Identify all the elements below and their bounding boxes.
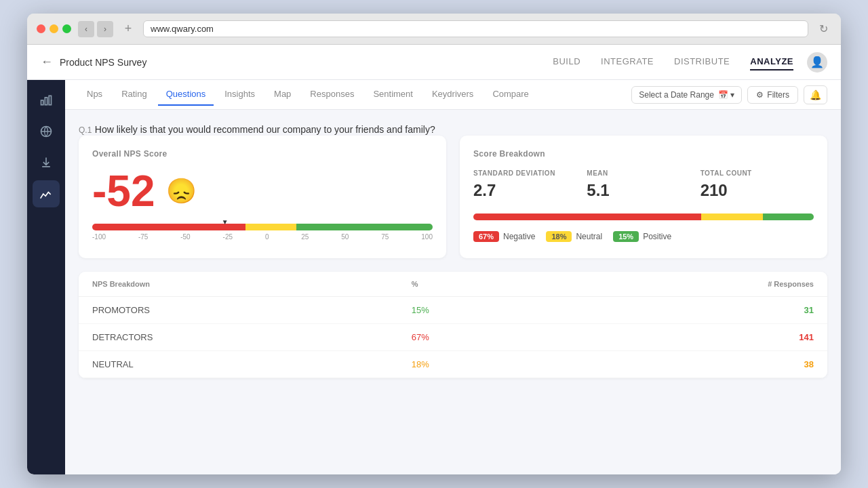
total-count-label: TOTAL COUNT: [701, 169, 814, 177]
sad-face-icon: 😞: [166, 177, 197, 205]
content-area: Nps Rating Questions Insights Map Respon…: [65, 80, 841, 474]
scale-label-25: 25: [301, 233, 309, 241]
col-responses: # Responses: [561, 272, 827, 297]
stats-row: STANDARD DEVIATION 2.7 MEAN 5.1 TOTAL CO…: [473, 169, 814, 200]
main-body: Nps Rating Questions Insights Map Respon…: [27, 80, 841, 474]
sub-tab-compare[interactable]: Compare: [484, 83, 536, 106]
maximize-button[interactable]: [62, 24, 71, 33]
scale-label-100: 100: [421, 233, 433, 241]
svg-rect-0: [41, 100, 43, 105]
row-detractors-pct: 67%: [398, 324, 561, 351]
filter-label: Filters: [767, 90, 789, 100]
scale-bar: ▼: [92, 224, 433, 230]
positive-label: Positive: [643, 232, 671, 241]
browser-window: ‹ › + www.qwary.com ↻ ← Product NPS Surv…: [27, 14, 841, 474]
sub-tab-nps[interactable]: Nps: [79, 83, 111, 106]
user-avatar[interactable]: 👤: [807, 52, 827, 73]
scale-label-neg100: -100: [92, 233, 106, 241]
tab-distribute[interactable]: DISTRIBUTE: [674, 54, 730, 70]
table-row: NEUTRAL 18% 38: [79, 351, 827, 378]
question-number: Q.1: [79, 125, 92, 135]
sidebar-icon-globe[interactable]: [33, 118, 60, 145]
score-breakdown-bar: [473, 214, 814, 220]
scale-label-75: 75: [381, 233, 389, 241]
row-neutral-label: NEUTRAL: [79, 351, 398, 378]
panels: Overall NPS Score -52 😞 ▼: [79, 136, 827, 258]
traffic-lights: [37, 24, 71, 33]
stat-mean: MEAN 5.1: [587, 169, 700, 200]
sub-tab-insights[interactable]: Insights: [216, 83, 263, 106]
scale-label-neg25: -25: [223, 233, 233, 241]
scale-label-50: 50: [341, 233, 349, 241]
question-block: Q.1 How likely is that you would recomme…: [79, 123, 827, 136]
row-promotors-label: PROMOTORS: [79, 297, 398, 324]
row-neutral-responses: 38: [561, 351, 827, 378]
tab-analyze[interactable]: ANALYZE: [750, 54, 793, 70]
col-pct: %: [398, 272, 561, 297]
sidebar-icon-analytics[interactable]: [33, 180, 60, 207]
address-bar[interactable]: www.qwary.com: [143, 20, 808, 37]
top-tabs: BUILD INTEGRATE DISTRIBUTE ANALYZE: [553, 54, 793, 70]
scale-label-neg50: -50: [180, 233, 190, 241]
nav-buttons: ‹ ›: [78, 21, 113, 37]
breakdown-table: NPS Breakdown % # Responses PROMOTORS 15…: [79, 272, 827, 378]
filter-button[interactable]: ⚙ Filters: [747, 86, 798, 104]
nps-score-panel: Overall NPS Score -52 😞 ▼: [79, 136, 446, 258]
sub-tab-questions[interactable]: Questions: [158, 83, 214, 106]
sidebar-icon-chart[interactable]: [33, 87, 60, 114]
legend-positive: 15% Positive: [613, 231, 671, 242]
scale-label-0: 0: [265, 233, 269, 241]
sidebar-icon-download[interactable]: [33, 149, 60, 176]
svg-rect-2: [49, 96, 51, 104]
sub-tab-keydrivers[interactable]: Keydrivers: [424, 83, 481, 106]
legend: 67% Negative 18% Neutral 15% Positive: [473, 231, 814, 242]
mean-value: 5.1: [587, 181, 700, 200]
score-breakdown-title: Score Breakdown: [473, 149, 814, 159]
nps-score-value: -52: [92, 169, 155, 213]
nps-breakdown-panel: NPS Breakdown % # Responses PROMOTORS 15…: [79, 272, 827, 378]
tab-integrate[interactable]: INTEGRATE: [601, 54, 654, 70]
new-tab-button[interactable]: +: [120, 21, 136, 37]
filter-icon: ⚙: [756, 90, 764, 100]
survey-title: Product NPS Survey: [60, 57, 146, 68]
row-promotors-pct: 15%: [398, 297, 561, 324]
stat-std-dev: STANDARD DEVIATION 2.7: [473, 169, 587, 200]
stat-total-count: TOTAL COUNT 210: [701, 169, 814, 200]
neutral-badge: 18%: [546, 231, 572, 242]
score-breakdown-panel: Score Breakdown STANDARD DEVIATION 2.7 M…: [460, 136, 827, 258]
date-range-label: Select a Date Range: [639, 90, 714, 100]
sub-nav-right: Select a Date Range 📅 ▾ ⚙ Filters 🔔: [631, 85, 827, 104]
sub-tab-responses[interactable]: Responses: [302, 83, 362, 106]
back-button[interactable]: ←: [41, 55, 53, 69]
table-row: PROMOTORS 15% 31: [79, 297, 827, 324]
notification-bell-button[interactable]: 🔔: [804, 85, 827, 104]
back-nav-button[interactable]: ‹: [78, 21, 94, 37]
main-content: Q.1 How likely is that you would recomme…: [65, 110, 841, 392]
sub-tab-map[interactable]: Map: [266, 83, 299, 106]
negative-badge: 67%: [473, 231, 499, 242]
std-dev-value: 2.7: [473, 181, 587, 200]
svg-rect-1: [45, 98, 47, 105]
sub-nav: Nps Rating Questions Insights Map Respon…: [65, 80, 841, 110]
nps-score-title: Overall NPS Score: [92, 149, 433, 159]
std-dev-label: STANDARD DEVIATION: [473, 169, 587, 177]
forward-nav-button[interactable]: ›: [97, 21, 113, 37]
sub-tab-rating[interactable]: Rating: [113, 83, 155, 106]
legend-negative: 67% Negative: [473, 231, 535, 242]
scale-labels: -100 -75 -50 -25 0 25 50 75 100: [92, 233, 433, 241]
negative-label: Negative: [503, 232, 535, 241]
refresh-button[interactable]: ↻: [815, 21, 831, 37]
app-container: ← Product NPS Survey BUILD INTEGRATE DIS…: [27, 45, 841, 474]
legend-neutral: 18% Neutral: [546, 231, 602, 242]
date-range-button[interactable]: Select a Date Range 📅 ▾: [631, 86, 742, 104]
sub-tab-sentiment[interactable]: Sentiment: [365, 83, 421, 106]
close-button[interactable]: [37, 24, 45, 33]
minimize-button[interactable]: [50, 24, 58, 33]
scale-label-neg75: -75: [138, 233, 148, 241]
calendar-icon: 📅 ▾: [718, 90, 734, 100]
nps-score-display: -52 😞: [92, 169, 433, 213]
tab-build[interactable]: BUILD: [553, 54, 580, 70]
row-detractors-label: DETRACTORS: [79, 324, 398, 351]
score-bar-container: [473, 214, 814, 220]
sidebar: [27, 80, 65, 474]
